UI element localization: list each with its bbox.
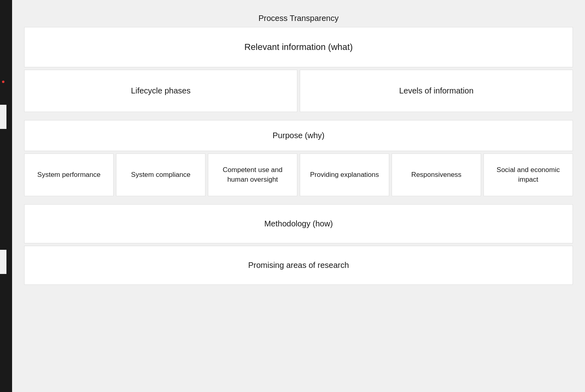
purpose-item-label-0: System performance bbox=[37, 170, 101, 180]
gap-1 bbox=[24, 114, 573, 120]
lifecycle-label: Lifecycle phases bbox=[131, 86, 191, 95]
purpose-item-providing-explanations: Providing explanations bbox=[300, 153, 389, 196]
relevant-info-label: Relevant information (what) bbox=[244, 42, 353, 52]
purpose-item-responsiveness: Responsiveness bbox=[392, 153, 481, 196]
promising-card: Promising areas of research bbox=[24, 246, 573, 285]
purpose-item-system-performance: System performance bbox=[24, 153, 114, 196]
process-transparency-header: Process Transparency bbox=[24, 8, 573, 27]
purpose-item-label-2: Competent use and human oversight bbox=[215, 165, 290, 185]
page-wrapper: Process Transparency Relevant informatio… bbox=[0, 0, 585, 392]
methodology-card: Methodology (how) bbox=[24, 204, 573, 243]
purpose-items-row: System performance System compliance Com… bbox=[24, 153, 573, 196]
purpose-item-social-economic: Social and economic impact bbox=[483, 153, 573, 196]
purpose-item-label-3: Providing explanations bbox=[310, 170, 379, 180]
left-sidebar bbox=[0, 0, 12, 392]
main-content: Process Transparency Relevant informatio… bbox=[12, 0, 585, 392]
methodology-label: Methodology (how) bbox=[264, 219, 333, 228]
sidebar-accent-strip-1 bbox=[0, 105, 6, 129]
sidebar-red-dot bbox=[2, 81, 4, 83]
lifecycle-card: Lifecycle phases bbox=[24, 70, 297, 112]
sidebar-accent-strip-2 bbox=[0, 250, 6, 274]
purpose-item-system-compliance: System compliance bbox=[116, 153, 205, 196]
page-title: Process Transparency bbox=[259, 14, 339, 23]
purpose-item-label-1: System compliance bbox=[131, 170, 190, 180]
purpose-item-label-4: Responsiveness bbox=[411, 170, 462, 180]
levels-label: Levels of information bbox=[399, 86, 474, 95]
promising-label: Promising areas of research bbox=[248, 261, 349, 270]
purpose-header-label: Purpose (why) bbox=[273, 131, 325, 140]
gap-2 bbox=[24, 199, 573, 204]
purpose-header-card: Purpose (why) bbox=[24, 120, 573, 151]
purpose-item-label-5: Social and economic impact bbox=[490, 165, 566, 185]
levels-card: Levels of information bbox=[300, 70, 573, 112]
lifecycle-levels-row: Lifecycle phases Levels of information bbox=[24, 70, 573, 112]
purpose-item-competent-use: Competent use and human oversight bbox=[208, 153, 297, 196]
relevant-info-card: Relevant information (what) bbox=[24, 27, 573, 67]
